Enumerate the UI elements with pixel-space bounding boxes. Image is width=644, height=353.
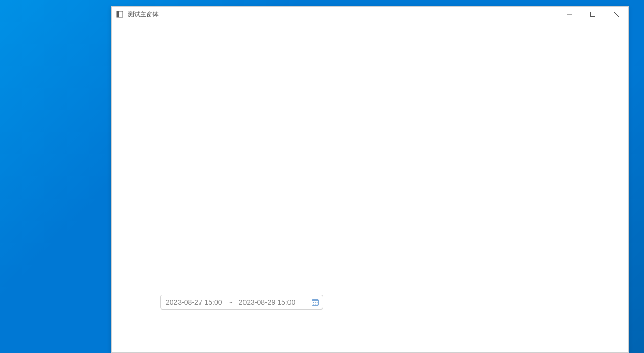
app-icon bbox=[116, 10, 124, 18]
svg-rect-14 bbox=[315, 304, 316, 305]
date-range-separator: ~ bbox=[229, 298, 233, 306]
app-window: 测试主窗体 2023-08-27 15:00 ~ bbox=[111, 6, 629, 353]
window-controls bbox=[558, 7, 628, 22]
date-range-start: 2023-08-27 15:00 bbox=[166, 298, 223, 306]
svg-rect-9 bbox=[317, 299, 317, 300]
svg-rect-15 bbox=[317, 304, 318, 305]
svg-rect-11 bbox=[315, 302, 316, 303]
minimize-button[interactable] bbox=[558, 7, 581, 22]
svg-rect-12 bbox=[317, 302, 318, 303]
svg-rect-7 bbox=[312, 299, 319, 301]
svg-rect-3 bbox=[591, 12, 595, 17]
date-range-end: 2023-08-29 15:00 bbox=[239, 298, 296, 306]
svg-rect-1 bbox=[117, 11, 119, 17]
titlebar[interactable]: 测试主窗体 bbox=[112, 7, 628, 22]
svg-rect-10 bbox=[313, 302, 314, 303]
window-title: 测试主窗体 bbox=[128, 10, 558, 19]
date-range-picker[interactable]: 2023-08-27 15:00 ~ 2023-08-29 15:00 bbox=[160, 295, 323, 310]
window-body: 2023-08-27 15:00 ~ 2023-08-29 15:00 bbox=[112, 22, 628, 352]
svg-rect-13 bbox=[313, 304, 314, 305]
calendar-icon bbox=[310, 298, 320, 307]
close-button[interactable] bbox=[605, 7, 628, 22]
svg-rect-8 bbox=[313, 299, 314, 300]
maximize-button[interactable] bbox=[581, 7, 605, 22]
